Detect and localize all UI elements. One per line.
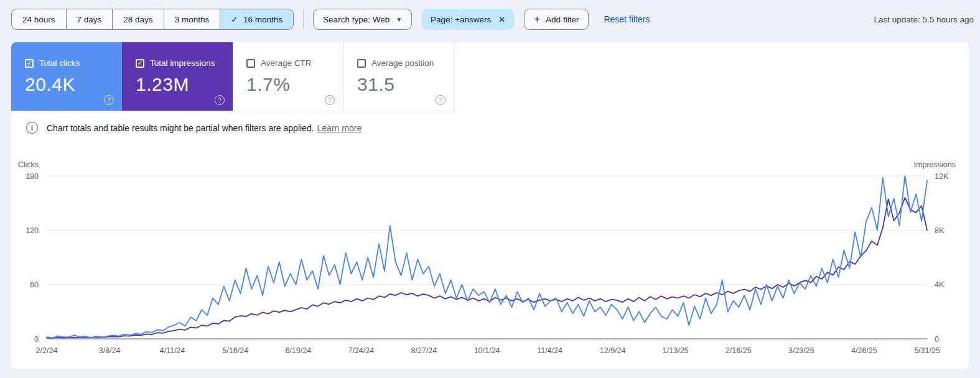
page-filter-chip[interactable]: Page: +answers ✕ [422,9,514,30]
page-filter-label: Page: +answers [431,15,491,24]
reset-filters-link[interactable]: Reset filters [604,14,650,24]
add-filter-button[interactable]: + Add filter [524,9,589,30]
chart-svg[interactable]: 18012K1208K604K00ClicksImpressions2/2/24… [11,42,969,369]
svg-text:1/13/25: 1/13/25 [663,346,689,355]
date-range-label: 7 days [77,15,102,24]
close-icon[interactable]: ✕ [498,15,505,24]
date-range-28-days[interactable]: 28 days [113,9,164,29]
svg-text:4K: 4K [935,280,945,289]
svg-text:3/23/25: 3/23/25 [788,346,814,355]
date-range-7-days[interactable]: 7 days [67,9,113,29]
date-range-24-hours[interactable]: 24 hours [12,9,67,29]
svg-text:Impressions: Impressions [914,160,956,169]
svg-text:6/19/24: 6/19/24 [285,346,311,355]
date-range-label: 24 hours [22,15,55,24]
date-range-16-months[interactable]: ✓ 16 months [220,9,293,29]
search-type-label: Search type: Web [323,15,390,24]
svg-text:0: 0 [935,335,939,344]
performance-chart[interactable]: 18012K1208K604K00ClicksImpressions2/2/24… [11,42,969,369]
check-icon: ✓ [231,15,238,24]
date-range-label: 3 months [175,15,210,24]
svg-text:180: 180 [26,172,39,181]
svg-text:4/11/24: 4/11/24 [160,346,185,355]
search-type-dropdown[interactable]: Search type: Web ▼ [313,9,412,30]
svg-text:10/1/24: 10/1/24 [474,346,500,355]
svg-text:12K: 12K [935,172,949,181]
svg-text:11/4/24: 11/4/24 [537,346,562,355]
svg-text:5/31/25: 5/31/25 [914,346,940,355]
svg-text:3/8/24: 3/8/24 [99,346,121,355]
date-range-3-months[interactable]: 3 months [164,9,221,29]
svg-text:Clicks: Clicks [18,160,39,169]
plus-icon: + [534,13,540,25]
performance-panel: ✓ Total clicks 20.4K ? ✓ Total impressio… [11,42,969,369]
svg-text:120: 120 [26,226,39,235]
date-range-group: 24 hours 7 days 28 days 3 months ✓ 16 mo… [11,9,294,30]
svg-text:2/16/25: 2/16/25 [726,346,752,355]
date-range-label: 28 days [123,15,152,24]
svg-text:2/2/24: 2/2/24 [36,346,58,355]
svg-text:4/26/25: 4/26/25 [851,346,877,355]
svg-text:0: 0 [34,335,39,344]
svg-text:12/9/24: 12/9/24 [600,346,626,355]
add-filter-label: Add filter [546,15,579,24]
svg-text:8K: 8K [935,226,945,235]
filters-toolbar: 24 hours 7 days 28 days 3 months ✓ 16 mo… [11,9,974,30]
date-range-label: 16 months [243,15,282,24]
svg-text:60: 60 [30,280,39,289]
last-update-text: Last update: 5.5 hours ago [874,15,974,24]
svg-text:8/27/24: 8/27/24 [411,346,437,355]
toolbar-divider [303,10,304,29]
svg-text:5/16/24: 5/16/24 [222,346,248,355]
svg-text:7/24/24: 7/24/24 [348,346,374,355]
chevron-down-icon: ▼ [396,16,402,23]
